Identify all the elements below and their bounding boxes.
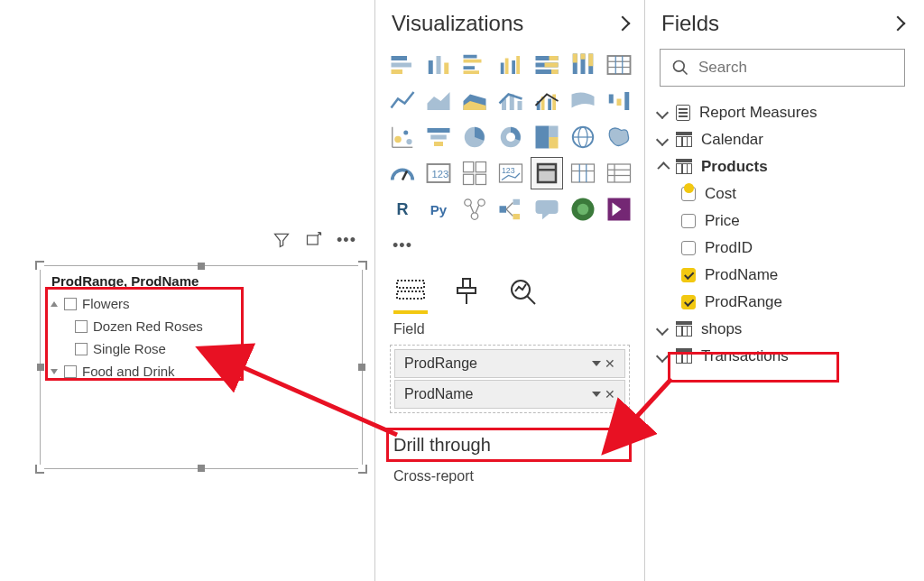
fields-tab[interactable] (393, 274, 428, 309)
table-shops[interactable]: shops (654, 316, 910, 343)
slicer-item-dozen-red-roses[interactable]: Dozen Red Roses (50, 315, 353, 337)
hundred-stacked-bar-icon[interactable] (531, 49, 563, 81)
treemap-icon[interactable] (531, 121, 563, 153)
checkbox-checked[interactable] (681, 295, 696, 309)
table-calendar[interactable]: Calendar (654, 126, 910, 153)
collapse-icon[interactable] (891, 16, 906, 32)
field-well-prodrange[interactable]: ProdRange ✕ (394, 349, 625, 378)
funnel-icon[interactable] (422, 121, 455, 153)
donut-icon[interactable] (494, 121, 527, 153)
collapse-icon[interactable] (615, 16, 631, 32)
checkbox[interactable] (64, 298, 77, 310)
line-stacked-column-icon[interactable] (494, 85, 527, 117)
card-icon[interactable]: 123 (422, 157, 455, 189)
svg-rect-72 (539, 165, 555, 169)
field-prodname[interactable]: ProdName (654, 262, 910, 289)
clustered-column-icon[interactable] (494, 49, 527, 81)
resize-handle[interactable] (358, 465, 367, 474)
checkbox[interactable] (75, 320, 88, 333)
r-visual-icon[interactable]: R (386, 193, 419, 226)
decomposition-tree-icon[interactable] (494, 193, 527, 226)
filter-icon[interactable] (272, 230, 291, 250)
slicer-item-food-and-drink[interactable]: Food and Drink (50, 360, 353, 383)
svg-rect-13 (512, 60, 515, 74)
chevron-up-icon[interactable] (657, 161, 670, 174)
search-input[interactable] (698, 59, 893, 77)
more-visuals-icon[interactable]: ••• (386, 229, 419, 262)
gauge-icon[interactable] (386, 157, 419, 189)
chevron-down-icon[interactable] (656, 134, 669, 146)
report-canvas[interactable]: ••• ProdRange, ProdName Flowers Dozen Re… (0, 0, 374, 581)
table-viz-icon[interactable] (567, 157, 599, 189)
clustered-bar-icon[interactable] (458, 49, 491, 81)
field-well-prodname[interactable]: ProdName ✕ (394, 380, 625, 409)
resize-handle[interactable] (198, 465, 205, 472)
remove-field-icon[interactable]: ✕ (605, 356, 615, 371)
svg-text:123: 123 (432, 169, 449, 180)
slicer-item-flowers[interactable]: Flowers (50, 292, 353, 315)
line-chart-icon[interactable] (386, 85, 419, 117)
field-label: ProdID (705, 239, 753, 257)
waterfall-icon[interactable] (603, 85, 635, 117)
chevron-down-icon[interactable] (592, 361, 601, 366)
resize-handle[interactable] (35, 261, 44, 270)
table-icon[interactable] (603, 49, 635, 81)
resize-handle[interactable] (198, 263, 205, 270)
chevron-down-icon[interactable] (592, 392, 601, 397)
scatter-icon[interactable] (386, 121, 419, 153)
field-label: ProdRange (705, 293, 782, 311)
multi-card-icon[interactable] (458, 157, 491, 189)
more-options-icon[interactable]: ••• (337, 230, 356, 250)
svg-text:123: 123 (502, 166, 515, 175)
stacked-column-icon[interactable] (422, 49, 455, 81)
field-price[interactable]: Price (654, 208, 910, 235)
field-well[interactable]: ProdRange ✕ ProdName ✕ (390, 345, 630, 413)
checkbox[interactable] (681, 241, 696, 255)
line-clustered-column-icon[interactable] (531, 85, 563, 117)
stacked-bar-icon[interactable] (386, 49, 419, 81)
powerapps-icon[interactable] (603, 193, 635, 226)
focus-mode-icon[interactable] (304, 230, 324, 250)
svg-rect-11 (501, 63, 504, 75)
chevron-up-icon[interactable] (50, 300, 59, 309)
table-products[interactable]: Products (654, 153, 910, 180)
resize-handle[interactable] (35, 465, 44, 474)
table-icon (676, 321, 692, 337)
svg-point-49 (406, 139, 411, 144)
chevron-down-icon[interactable] (656, 350, 669, 363)
chevron-down-icon[interactable] (656, 106, 669, 119)
slicer-visual[interactable]: ProdRange, ProdName Flowers Dozen Red Ro… (40, 265, 363, 469)
map-icon[interactable] (567, 121, 599, 153)
format-tab[interactable] (449, 274, 484, 309)
fields-search[interactable] (660, 49, 905, 87)
hundred-stacked-column-icon[interactable] (567, 49, 599, 81)
field-prodid[interactable]: ProdID (654, 235, 910, 262)
field-prodrange[interactable]: ProdRange (654, 289, 910, 316)
slicer-item-single-rose[interactable]: Single Rose (50, 337, 353, 360)
matrix-icon[interactable] (603, 157, 635, 189)
resize-handle[interactable] (358, 261, 367, 270)
checkbox-checked[interactable] (681, 268, 696, 282)
resize-handle[interactable] (37, 364, 44, 371)
arcgis-icon[interactable] (567, 193, 599, 226)
checkbox[interactable] (75, 343, 88, 355)
filled-map-icon[interactable] (603, 121, 635, 153)
table-transactions[interactable]: Transactions (654, 343, 910, 370)
checkbox[interactable] (681, 214, 696, 228)
area-chart-icon[interactable] (422, 85, 455, 117)
kpi-icon[interactable]: 123 (494, 157, 527, 189)
pie-icon[interactable] (458, 121, 491, 153)
key-influencers-icon[interactable] (458, 193, 491, 226)
qa-visual-icon[interactable] (531, 193, 563, 226)
checkbox[interactable] (64, 365, 77, 378)
chevron-down-icon[interactable] (656, 323, 669, 336)
table-report-measures[interactable]: Report Measures (654, 99, 910, 126)
remove-field-icon[interactable]: ✕ (605, 387, 615, 401)
python-visual-icon[interactable]: Py (422, 193, 455, 226)
analytics-tab[interactable] (505, 274, 540, 309)
slicer-icon[interactable] (531, 157, 563, 189)
ribbon-chart-icon[interactable] (567, 85, 599, 117)
chevron-down-icon[interactable] (50, 367, 59, 376)
stacked-area-icon[interactable] (458, 85, 491, 117)
resize-handle[interactable] (358, 364, 365, 371)
